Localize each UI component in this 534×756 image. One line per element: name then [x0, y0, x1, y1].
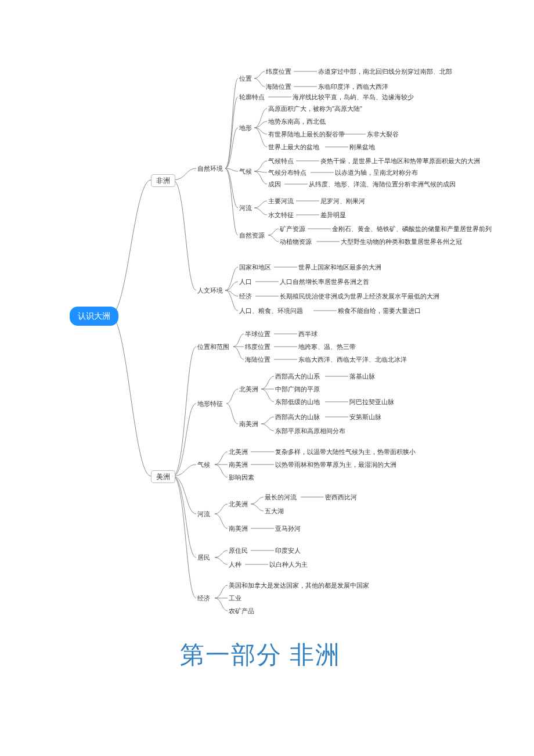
node-cl-na: 北美洲 [229, 448, 248, 456]
node-e2: 工业 [229, 595, 241, 602]
node-c3: 成因 [268, 181, 281, 188]
node-america[interactable]: 美洲 [151, 470, 175, 483]
node-t3: 有世界陆地上最长的裂谷带 [268, 131, 345, 138]
node-p2: 人种 [229, 561, 241, 568]
node-am-sa: 南美洲 [239, 420, 258, 428]
node-human: 人文环境 [197, 287, 223, 294]
node-pos-lat-v: 赤道穿过中部，南北回归线分别穿过南部、北部 [318, 68, 452, 75]
node-am-na3: 东部低缓的山地 [275, 398, 320, 406]
node-t1: 高原面积广大，被称为"高原大陆" [268, 105, 362, 113]
node-am-r1v: 西半球 [298, 330, 317, 338]
node-t2: 地势东南高，西北低 [268, 118, 326, 125]
node-pos-sea: 海陆位置 [266, 83, 291, 91]
node-terrain: 地形 [239, 124, 252, 132]
node-am-climate: 气候 [197, 461, 210, 469]
node-h3: 经济 [239, 293, 252, 300]
node-h1: 国家和地区 [239, 264, 271, 271]
node-rv-na1: 最长的河流 [265, 494, 297, 501]
node-am-sa1: 西部高大的山脉 [275, 413, 320, 421]
node-p2v: 以白种人为主 [269, 561, 308, 568]
node-am-range: 位置和范围 [197, 343, 229, 351]
node-r2: 水文特征 [268, 211, 294, 219]
node-h3v: 长期殖民统治使非洲成为世界上经济发展水平最低的大洲 [280, 293, 439, 300]
node-r1: 主要河流 [268, 197, 294, 205]
root-node[interactable]: 认识大洲 [70, 307, 118, 326]
node-e1: 美国和加拿大是发达国家，其他的都是发展中国家 [229, 582, 369, 589]
node-climate: 气候 [239, 168, 252, 175]
node-r1v: 尼罗河、刚果河 [320, 197, 365, 205]
node-am-na1: 西部高大的山系 [275, 373, 320, 380]
node-am-river: 河流 [197, 510, 210, 518]
mindmap-canvas: 认识大洲 非洲 自然环境 位置 纬度位置 赤道穿过中部，南北回归线分别穿过南部、… [0, 0, 534, 756]
node-r2v: 差异明显 [320, 211, 346, 219]
node-env: 自然环境 [197, 165, 223, 172]
node-h1v: 世界上国家和地区最多的大洲 [298, 264, 381, 271]
node-p1: 原住民 [229, 547, 248, 555]
node-am-na1v: 落基山脉 [349, 373, 375, 380]
node-cl-f: 影响因素 [229, 474, 254, 481]
node-am-na2: 中部广阔的平原 [275, 386, 320, 393]
node-am-r3: 海陆位置 [245, 356, 270, 363]
node-res2v: 大型野生动物的种类和数量居世界各州之冠 [341, 238, 462, 246]
node-res1: 矿产资源 [280, 225, 305, 233]
node-t3v: 东非大裂谷 [367, 131, 399, 138]
node-am-sa1v: 安第斯山脉 [349, 413, 381, 421]
node-h2: 人口 [239, 278, 252, 286]
node-res1v: 金刚石、黄金、铬铁矿、磷酸盐的储量和产量居世界前列 [332, 225, 492, 233]
node-am-sa2: 东部平原和高原相间分布 [275, 427, 345, 435]
node-h4: 人口、粮食、环境问题 [239, 307, 303, 315]
node-c2v: 以赤道为轴，呈南北对称分布 [335, 169, 418, 177]
node-res: 自然资源 [239, 232, 265, 239]
node-outline: 轮廓特点 [239, 93, 265, 101]
node-econ: 经济 [197, 595, 210, 602]
node-rv-sa: 南美洲 [229, 525, 248, 532]
node-h4v: 粮食不能自给，需要大量进口 [338, 307, 421, 315]
node-rv-na: 北美洲 [229, 501, 248, 508]
node-rv-sa-v: 亚马孙河 [275, 525, 301, 532]
node-cl-sa: 南美洲 [229, 461, 248, 469]
node-p1v: 印度安人 [275, 547, 301, 555]
node-pos-lat: 纬度位置 [266, 68, 291, 75]
node-c1v: 炎热干燥，是世界上干旱地区和热带草原面积最大的大洲 [320, 157, 480, 165]
node-rv-na1v: 密西西比河 [325, 494, 357, 501]
section-title: 第一部分 非洲 [180, 639, 341, 671]
node-am-r1: 半球位置 [245, 330, 270, 338]
node-rv-na2: 五大湖 [265, 507, 284, 515]
node-h2v: 人口自然增长率居世界各洲之首 [280, 278, 369, 286]
node-am-r2: 纬度位置 [245, 343, 270, 351]
node-outline-v: 海岸线比较平直，岛屿、半岛、边缘海较少 [293, 93, 414, 101]
node-pos-sea-v: 东临印度洋，西临大西洋 [318, 83, 388, 91]
node-cl-sa-v: 以热带雨林和热带草原为主，最湿润的大洲 [275, 461, 396, 469]
node-c3v: 从纬度、地形、洋流、海陆位置分析非洲气候的成因 [309, 181, 456, 188]
node-people: 居民 [197, 554, 210, 561]
node-am-r2v: 地跨寒、温、热三带 [298, 343, 356, 351]
node-t4v: 刚果盆地 [349, 143, 375, 151]
node-res2: 动植物资源 [280, 238, 312, 246]
node-position: 位置 [239, 75, 252, 82]
node-am-na: 北美洲 [239, 386, 258, 393]
node-am-na3v: 阿巴拉契亚山脉 [349, 398, 394, 406]
node-c2: 气候分布特点 [268, 169, 306, 177]
node-river: 河流 [239, 204, 252, 212]
node-am-terrain: 地形特征 [197, 400, 223, 408]
node-t4: 世界上最大的盆地 [268, 143, 319, 151]
node-cl-na-v: 复杂多样，以温带大陆性气候为主，热带面积狭小 [275, 448, 416, 456]
node-africa[interactable]: 非洲 [151, 174, 175, 187]
node-c1: 气候特点 [268, 157, 294, 165]
node-am-r3v: 东临大西洋、西临太平洋、北临北冰洋 [298, 356, 407, 363]
node-e3: 农矿产品 [229, 607, 254, 615]
